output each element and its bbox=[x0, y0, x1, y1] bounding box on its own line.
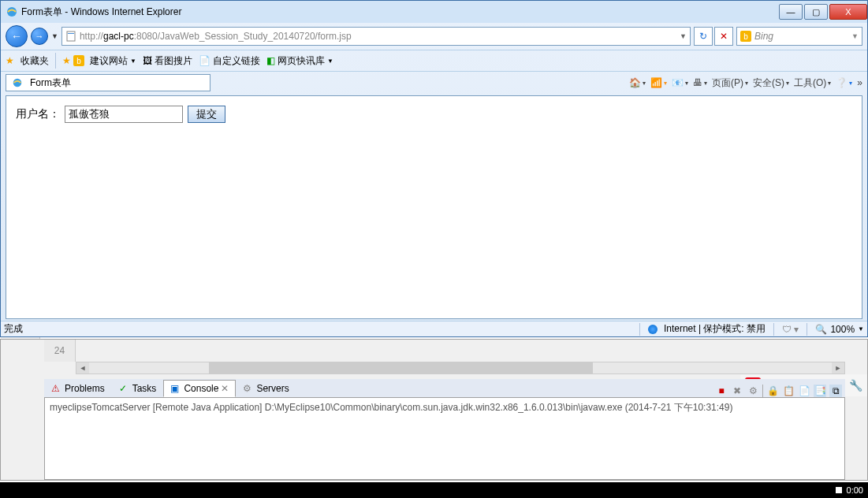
minimize-button[interactable]: — bbox=[779, 4, 803, 20]
tab-servers[interactable]: ⚙Servers bbox=[236, 380, 296, 397]
fav-image-search[interactable]: 🖼看图搜片 bbox=[143, 54, 192, 68]
search-engine-label: Bing bbox=[754, 31, 773, 42]
recorder-bar: 0:00 bbox=[0, 482, 868, 498]
feed-icon: ◧ bbox=[266, 55, 275, 66]
ie-logo-icon bbox=[6, 6, 18, 18]
remove-launch-button[interactable]: ✖ bbox=[731, 385, 743, 397]
tools-menu[interactable]: 工具(O)▾ bbox=[794, 76, 831, 90]
zoom-dropdown-icon[interactable]: ▼ bbox=[858, 325, 864, 333]
remove-all-button[interactable]: ⚙ bbox=[747, 385, 759, 397]
stop-button[interactable]: ✕ bbox=[714, 27, 733, 46]
mail-button[interactable]: 📧▾ bbox=[672, 77, 688, 88]
editor-hscrollbar[interactable]: ◄ ► bbox=[76, 362, 845, 374]
servers-icon: ⚙ bbox=[243, 383, 254, 394]
scroll-left-arrow[interactable]: ◄ bbox=[76, 362, 89, 374]
fav-web-slices[interactable]: ◧网页快讯库▼ bbox=[266, 54, 333, 68]
tab-label: Form表单 bbox=[30, 76, 71, 90]
tab-console[interactable]: ▣Console ✕ bbox=[163, 380, 236, 397]
line-number: 24 bbox=[44, 340, 76, 362]
eclipse-view-tabs: ⚠Problems ✓Tasks ▣Console ✕ ⚙Servers ■ ✖… bbox=[44, 379, 845, 398]
recorder-time: 0:00 bbox=[847, 485, 863, 495]
url-scheme: http:// bbox=[80, 31, 103, 42]
help-button[interactable]: ❔▾ bbox=[836, 77, 852, 88]
console-toolbar: ■ ✖ ⚙ 🔒 📋 📄 📑 ⧉ bbox=[715, 385, 845, 397]
console-line: myeclipseTomcatServer [Remote Java Appli… bbox=[50, 402, 732, 413]
open-console-button[interactable]: ⧉ bbox=[829, 385, 842, 397]
zoom-level[interactable]: 100% bbox=[830, 324, 855, 335]
overflow-button[interactable]: » bbox=[857, 77, 862, 88]
page-content: 用户名： 提交 bbox=[6, 95, 862, 319]
protected-mode-icon[interactable]: 🛡 ▾ bbox=[782, 324, 799, 335]
favorites-star-icon[interactable]: ★ bbox=[6, 55, 14, 66]
fav-suggested-sites[interactable]: ★b建议网站▼ bbox=[62, 54, 136, 68]
titlebar: Form表单 - Windows Internet Explorer — ▢ X bbox=[1, 1, 867, 23]
globe-icon bbox=[648, 325, 658, 334]
search-box[interactable]: b Bing ▼ bbox=[736, 27, 862, 46]
scroll-thumb[interactable] bbox=[209, 362, 593, 374]
separator bbox=[55, 53, 56, 69]
submit-button[interactable]: 提交 bbox=[188, 106, 225, 123]
status-text: 完成 bbox=[4, 322, 23, 336]
page-menu[interactable]: 页面(P)▾ bbox=[712, 76, 748, 90]
scroll-lock-button[interactable]: 🔒 bbox=[766, 385, 779, 397]
tab-problems[interactable]: ⚠Problems bbox=[44, 380, 112, 397]
favorites-label[interactable]: 收藏夹 bbox=[20, 54, 49, 68]
scroll-right-arrow[interactable]: ► bbox=[832, 362, 844, 374]
search-dropdown-icon[interactable]: ▼ bbox=[851, 32, 859, 40]
record-icon[interactable] bbox=[836, 487, 842, 493]
forward-button[interactable]: → bbox=[31, 28, 48, 45]
pin-console-button[interactable]: 📄 bbox=[798, 385, 810, 397]
username-form: 用户名： 提交 bbox=[16, 106, 852, 123]
security-zone: Internet | 保护模式: 禁用 bbox=[664, 322, 766, 336]
print-button[interactable]: 🖶▾ bbox=[693, 77, 707, 88]
eclipse-panel: 24 ◄ ► S 中 🌙 '• 👤 ⌨ 🔧 ⚠Problems ✓Tasks ▣… bbox=[0, 339, 868, 481]
url-host: gacl-pc bbox=[103, 31, 134, 42]
url-path: /JavaWeb_Session_Study_20140720/form.jsp bbox=[158, 31, 352, 42]
browser-tab[interactable]: Form表单 bbox=[6, 74, 210, 91]
clear-console-button[interactable]: 📋 bbox=[782, 385, 795, 397]
url-port: :8080 bbox=[134, 31, 158, 42]
display-console-button[interactable]: 📑 bbox=[814, 385, 826, 397]
svg-rect-2 bbox=[68, 33, 74, 34]
page-icon bbox=[65, 31, 76, 42]
home-button[interactable]: 🏠▾ bbox=[629, 77, 646, 88]
nav-dropdown-icon[interactable]: ▼ bbox=[51, 32, 58, 40]
safety-menu[interactable]: 安全(S)▾ bbox=[753, 76, 789, 90]
ime-settings-icon[interactable]: 🔧 bbox=[849, 379, 862, 392]
window-buttons: — ▢ X bbox=[777, 4, 867, 20]
console-output[interactable]: myeclipseTomcatServer [Remote Java Appli… bbox=[44, 398, 845, 480]
close-button[interactable]: X bbox=[829, 4, 867, 20]
status-bar: 完成 Internet | 保护模式: 禁用 🛡 ▾ 🔍 100% ▼ bbox=[1, 321, 867, 336]
page-icon: 📄 bbox=[199, 55, 210, 66]
problems-icon: ⚠ bbox=[51, 383, 62, 394]
fav-custom-links[interactable]: 📄自定义链接 bbox=[199, 54, 260, 68]
ie-logo-icon bbox=[11, 76, 24, 89]
bing-icon: b bbox=[740, 31, 751, 42]
refresh-button[interactable]: ↻ bbox=[694, 27, 713, 46]
tab-tasks[interactable]: ✓Tasks bbox=[112, 380, 164, 397]
console-icon: ▣ bbox=[170, 383, 181, 394]
back-button[interactable]: ← bbox=[6, 25, 28, 47]
terminate-button[interactable]: ■ bbox=[715, 385, 728, 397]
favorites-bar: ★ 收藏夹 ★b建议网站▼ 🖼看图搜片 📄自定义链接 ◧网页快讯库▼ bbox=[1, 50, 867, 72]
tab-close-icon[interactable]: ✕ bbox=[221, 383, 229, 394]
tasks-icon: ✓ bbox=[119, 383, 130, 394]
zoom-icon[interactable]: 🔍 bbox=[815, 324, 827, 335]
ie-window: Form表单 - Windows Internet Explorer — ▢ X… bbox=[0, 0, 868, 337]
feeds-button[interactable]: 📶▾ bbox=[650, 77, 667, 88]
tab-row: Form表单 🏠▾ 📶▾ 📧▾ 🖶▾ 页面(P)▾ 安全(S)▾ 工具(O)▾ … bbox=[1, 72, 867, 94]
address-dropdown-icon[interactable]: ▼ bbox=[680, 32, 687, 40]
window-title: Form表单 - Windows Internet Explorer bbox=[21, 6, 777, 19]
nav-bar: ← → ▼ http:// gacl-pc :8080 /JavaWeb_Ses… bbox=[1, 23, 867, 50]
address-bar[interactable]: http:// gacl-pc :8080 /JavaWeb_Session_S… bbox=[61, 27, 691, 46]
command-bar: 🏠▾ 📶▾ 📧▾ 🖶▾ 页面(P)▾ 安全(S)▾ 工具(O)▾ ❔▾ » bbox=[629, 76, 862, 90]
page-icon: 🖼 bbox=[143, 55, 152, 66]
maximize-button[interactable]: ▢ bbox=[804, 4, 828, 20]
bing-icon: b bbox=[73, 55, 84, 66]
username-input[interactable] bbox=[65, 106, 183, 123]
username-label: 用户名： bbox=[16, 107, 60, 121]
svg-rect-1 bbox=[67, 32, 75, 41]
